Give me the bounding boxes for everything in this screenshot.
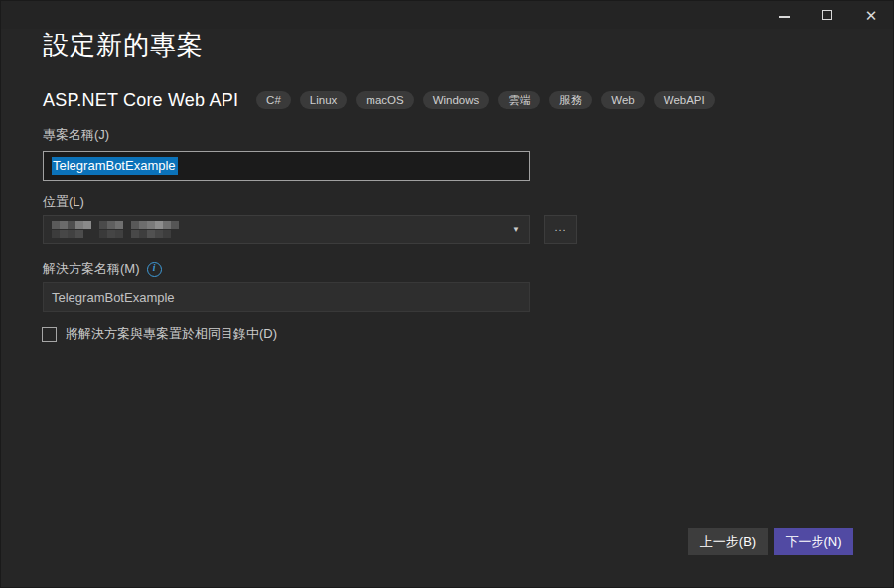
close-icon: ✕ (865, 8, 878, 23)
page-title: 設定新的專案 (43, 28, 204, 63)
next-button[interactable]: 下一步(N) (774, 528, 853, 555)
info-icon[interactable]: i (147, 262, 162, 277)
template-header: ASP.NET Core Web API C#LinuxmacOSWindows… (43, 90, 715, 110)
title-bar: ✕ (1, 1, 893, 29)
template-tags: C#LinuxmacOSWindows雲端服務WebWebAPI (256, 91, 715, 109)
project-name-selected-text: TelegramBotExample (52, 157, 178, 175)
location-combobox[interactable]: ▼ (43, 215, 530, 244)
maximize-icon (822, 10, 832, 20)
template-tag: 雲端 (498, 91, 540, 109)
same-directory-row: 將解決方案與專案置於相同目錄中(D) (42, 325, 277, 343)
template-tag: macOS (356, 91, 413, 109)
location-label: 位置(L) (43, 193, 84, 211)
chevron-down-icon: ▼ (512, 225, 520, 234)
minimize-icon (779, 16, 790, 18)
window-controls: ✕ (762, 1, 893, 29)
location-redacted-path (52, 221, 179, 238)
solution-name-label: 解決方案名稱(M) (43, 260, 140, 278)
project-name-input[interactable]: TelegramBotExample (43, 151, 530, 181)
same-directory-checkbox[interactable] (42, 327, 57, 342)
configure-project-dialog: ✕ 設定新的專案 ASP.NET Core Web API C#Linuxmac… (0, 0, 894, 588)
template-tag: Linux (300, 91, 348, 109)
same-directory-label: 將解決方案與專案置於相同目錄中(D) (66, 325, 277, 343)
template-name: ASP.NET Core Web API (43, 90, 238, 111)
template-tag: C# (256, 91, 291, 109)
project-name-label: 專案名稱(J) (43, 126, 109, 144)
solution-name-value: TelegramBotExample (52, 290, 175, 305)
template-tag: Web (601, 91, 644, 109)
template-tag: 服務 (549, 91, 592, 109)
solution-name-label-row: 解決方案名稱(M) i (43, 260, 162, 278)
maximize-button[interactable] (806, 1, 849, 29)
close-button[interactable]: ✕ (849, 1, 893, 29)
template-tag: WebAPI (654, 91, 715, 109)
template-tag: Windows (423, 91, 490, 109)
minimize-button[interactable] (762, 1, 806, 29)
back-button[interactable]: 上一步(B) (688, 528, 768, 555)
browse-location-button[interactable]: ... (544, 215, 577, 244)
solution-name-input[interactable]: TelegramBotExample (43, 282, 530, 312)
